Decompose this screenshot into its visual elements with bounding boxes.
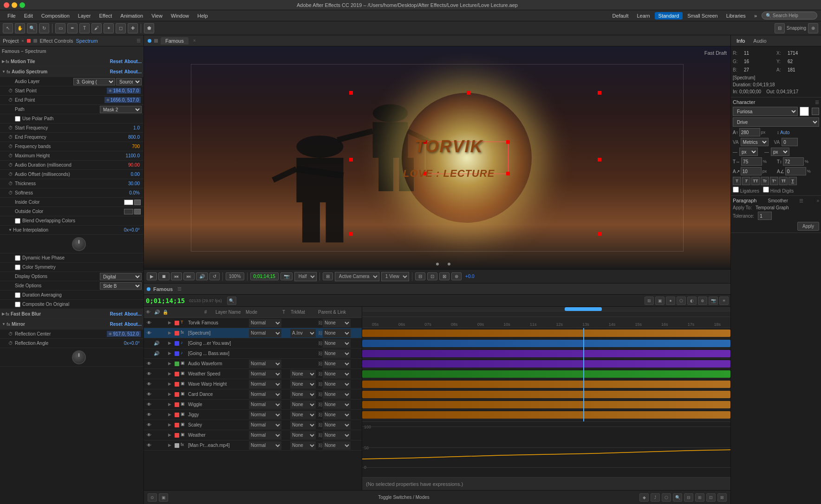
refl-center-value[interactable]: ⊕ 917.0, 512.0 xyxy=(107,331,141,337)
menu-file[interactable]: File xyxy=(4,12,20,19)
layer-aud-5[interactable] xyxy=(153,361,160,367)
layer-expand-1[interactable]: ▶ xyxy=(168,320,174,326)
layer-aud-11[interactable] xyxy=(153,422,160,428)
freq-bands-stopwatch[interactable]: ⏱ xyxy=(8,144,13,149)
tl-track-6[interactable] xyxy=(362,379,730,389)
trkmat-13[interactable]: None xyxy=(290,441,316,450)
layer-aud-8[interactable] xyxy=(153,391,160,398)
layer-lock-10[interactable] xyxy=(161,412,167,418)
tl-comp-marker[interactable]: ⊙ xyxy=(148,493,157,502)
menu-help[interactable]: Help xyxy=(194,12,212,19)
tl-search-btn[interactable]: 🔍 xyxy=(227,297,236,305)
layer-mode-8[interactable]: Normal xyxy=(249,390,281,399)
thickness-value[interactable]: 30.00 xyxy=(128,181,140,186)
viewer-area[interactable]: TORVIK LOVE : LECTURE Fast Draft xyxy=(144,46,730,269)
layer-mode-10[interactable]: Normal xyxy=(249,411,281,419)
viewer-btn-next[interactable]: ⏭ xyxy=(183,272,195,280)
sel-outer-ml[interactable] xyxy=(349,158,353,162)
tl-scroll-thumb[interactable] xyxy=(565,307,602,311)
layer-row-6[interactable]: 👁 ▶ ▣ Weather Speed Normal None ⛓None xyxy=(144,369,362,379)
freq-bands-value[interactable]: 700 xyxy=(132,144,140,149)
path-select[interactable]: Mask 2 xyxy=(100,106,142,113)
hindi-check[interactable] xyxy=(763,187,769,193)
layer-mode-5[interactable]: Normal xyxy=(249,360,281,368)
tl-timecode[interactable]: 0;01;14;15 xyxy=(146,297,185,304)
tl-layer-marker[interactable]: ▣ xyxy=(159,493,168,502)
trkmat-8[interactable]: None xyxy=(290,390,316,399)
parent-1[interactable]: None xyxy=(323,319,351,327)
layer-vis-2[interactable]: 👁 xyxy=(146,330,152,336)
viewer-more3[interactable]: ⊠ xyxy=(439,272,450,280)
trkmat-11[interactable]: None xyxy=(290,421,316,429)
layer-row-12[interactable]: 👁 ▶ ▣ Weather Normal None ⛓None xyxy=(144,430,362,440)
refl-angle-knob[interactable] xyxy=(72,350,86,364)
viewer-btn-play[interactable]: ▶ xyxy=(147,272,157,280)
use-polar-path-check[interactable] xyxy=(15,116,20,122)
tool-clone[interactable]: ✦ xyxy=(104,23,114,33)
viewer-more2[interactable]: ⊡ xyxy=(427,272,437,280)
layer-expand-12[interactable]: ▶ xyxy=(168,433,174,438)
layer-row-1[interactable]: 👁 ▶ T Torvik Famous Normal ⛓None xyxy=(144,318,362,328)
sel-outer-tr[interactable] xyxy=(598,91,601,95)
trkmat-12[interactable]: None xyxy=(290,431,316,439)
hue-interp-value[interactable]: 0x+0.0° xyxy=(124,227,140,233)
tool-rect[interactable]: ▭ xyxy=(55,23,65,33)
mirror-expand[interactable]: ▼ xyxy=(2,322,6,326)
ligatures-label[interactable]: Ligatures xyxy=(733,187,759,194)
hue-interp-expand[interactable]: ▼ xyxy=(8,228,12,232)
char-tracking-input[interactable] xyxy=(782,138,798,146)
char-metrics-select[interactable]: Metrics xyxy=(741,138,769,146)
menu-window[interactable]: Window xyxy=(167,12,193,19)
end-freq-stopwatch[interactable]: ⏱ xyxy=(8,135,13,140)
layer-aud-7[interactable] xyxy=(153,381,160,388)
sel-outer-bl[interactable] xyxy=(349,232,353,236)
layer-mode-6[interactable]: Normal xyxy=(249,370,281,378)
parent-3[interactable]: None xyxy=(323,339,351,348)
layer-mode-1[interactable]: Normal xyxy=(249,319,281,327)
layer-row-4[interactable]: 🔊 ▶ ♪ [Going ... Bass.wav] ⛓None xyxy=(144,349,362,359)
sel-outer-br[interactable] xyxy=(598,232,601,236)
char-tsumi-input[interactable] xyxy=(741,157,762,166)
char-stroke-color[interactable] xyxy=(812,108,819,115)
layer-vis-6[interactable]: 👁 xyxy=(146,371,152,377)
end-freq-value[interactable]: 800.0 xyxy=(128,135,140,140)
char-style-select[interactable]: Drive xyxy=(733,117,819,127)
char-btn-caps[interactable]: TT xyxy=(751,177,760,185)
thickness-stopwatch[interactable]: ⏱ xyxy=(8,181,13,186)
mirror-about[interactable]: About... xyxy=(124,322,142,327)
toggle-switches-label[interactable]: Toggle Switches / Modes xyxy=(378,495,430,500)
outside-color-picker[interactable] xyxy=(134,209,141,214)
audio-off-value[interactable]: 0.00 xyxy=(131,172,140,177)
sel-outer-tl[interactable] xyxy=(349,91,353,95)
parent-7[interactable]: None xyxy=(323,380,351,388)
layer-vis-1[interactable]: 👁 xyxy=(146,320,152,326)
trkmat-9[interactable]: None xyxy=(290,401,316,409)
char-tracking2-input[interactable] xyxy=(783,157,804,166)
minimize-button[interactable] xyxy=(12,2,17,8)
viewer-btn-stop[interactable]: ⏹ xyxy=(158,272,169,280)
dur-avg-check[interactable] xyxy=(15,292,20,298)
inside-color-swatch[interactable] xyxy=(124,200,133,205)
layer-vis-8[interactable]: 👁 xyxy=(146,391,152,398)
menu-composition[interactable]: Composition xyxy=(38,12,73,19)
layer-vis-10[interactable]: 👁 xyxy=(146,412,152,418)
snapping-btn[interactable]: ⊟ xyxy=(775,23,785,33)
menu-animation[interactable]: Animation xyxy=(117,12,147,19)
trkmat-7[interactable]: None xyxy=(290,380,316,388)
tl-track-7[interactable] xyxy=(362,389,730,400)
parent-8[interactable]: None xyxy=(323,390,351,399)
viewer-btn-prev[interactable]: ⏮ xyxy=(171,272,182,280)
layer-row-7[interactable]: 👁 ▶ ▣ Wave Warp Height Normal None ⛓None xyxy=(144,379,362,389)
sel-outer-tc[interactable] xyxy=(467,91,470,95)
smoother-btn[interactable]: Smoother xyxy=(768,198,788,203)
char-baseline-input[interactable] xyxy=(741,167,762,175)
start-point-stopwatch[interactable]: ⏱ xyxy=(8,88,13,93)
tl-track-8[interactable] xyxy=(362,400,730,410)
tl-track-1[interactable] xyxy=(362,328,730,338)
fbb-expand[interactable]: ▶ xyxy=(2,312,5,316)
layer-aud-10[interactable] xyxy=(153,412,160,418)
sel-handle-br[interactable] xyxy=(506,172,510,175)
layer-lock-3[interactable] xyxy=(161,340,167,347)
motion-tile-reset[interactable]: Reset xyxy=(110,59,123,64)
menu-layer[interactable]: Layer xyxy=(74,12,95,19)
